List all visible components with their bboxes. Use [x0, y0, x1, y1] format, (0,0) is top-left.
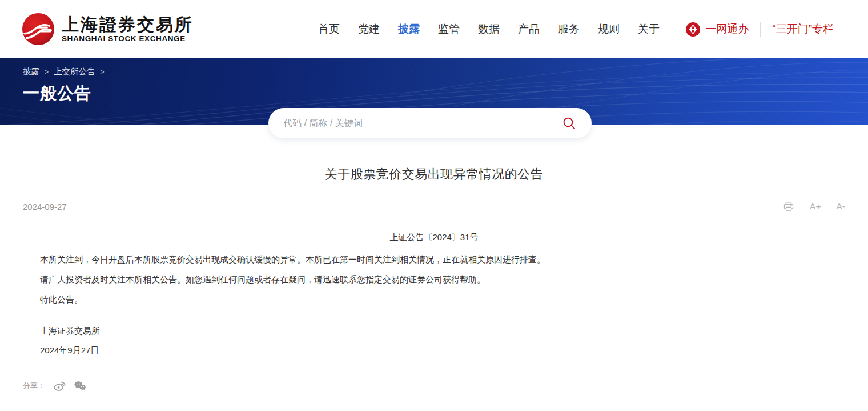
gov-service-label: 一网通办 — [705, 22, 749, 37]
nav-item-home[interactable]: 首页 — [318, 22, 340, 37]
sse-logo-en: SHANGHAI STOCK EXCHANGE — [62, 35, 194, 43]
page: 上海證券交易所 SHANGHAI STOCK EXCHANGE 首页 党建 披露… — [0, 0, 868, 396]
banner-content: 披露 > 上交所公告 > 一般公告 — [0, 58, 868, 105]
breadcrumb-separator-icon: > — [45, 68, 49, 76]
header-divider — [760, 22, 761, 37]
search-icon[interactable] — [562, 116, 577, 131]
tools-divider — [802, 201, 802, 212]
breadcrumb-disclosure[interactable]: 披露 — [23, 66, 39, 77]
sse-logo-text: 上海證券交易所 SHANGHAI STOCK EXCHANGE — [62, 15, 194, 43]
share-row: 分享： — [23, 376, 845, 396]
article-divider — [23, 220, 845, 220]
nav-item-party[interactable]: 党建 — [358, 22, 380, 37]
breadcrumb-separator-icon: > — [101, 68, 105, 76]
weibo-icon — [53, 379, 67, 393]
search-input[interactable] — [283, 118, 562, 129]
sse-logo-cn: 上海證券交易所 — [62, 15, 194, 34]
nav-item-data[interactable]: 数据 — [478, 22, 500, 37]
nav-item-regulation[interactable]: 监管 — [438, 22, 460, 37]
site-header: 上海證券交易所 SHANGHAI STOCK EXCHANGE 首页 党建 披露… — [0, 0, 868, 58]
tools-divider — [829, 201, 829, 212]
article-date: 2024-09-27 — [23, 202, 67, 212]
nav-item-about[interactable]: 关于 — [638, 22, 660, 37]
share-wechat-button[interactable] — [70, 376, 90, 396]
sse-logo-icon — [22, 13, 55, 46]
wechat-icon — [73, 379, 87, 393]
article-meta-row: 2024-09-27 A+ A- — [23, 201, 845, 212]
article: 关于股票竞价交易出现异常情况的公告 2024-09-27 A+ A- — [0, 166, 868, 396]
three-doors-label: “三开门”专栏 — [772, 22, 834, 37]
share-label: 分享： — [23, 381, 45, 391]
page-title: 一般公告 — [23, 82, 868, 105]
quick-links: 一网通办 “三开门”专栏 — [685, 22, 834, 37]
font-decrease-button[interactable]: A- — [837, 201, 846, 212]
nav-item-disclosure[interactable]: 披露 — [398, 22, 420, 37]
doc-number: 上证公告〔2024〕31号 — [23, 232, 845, 243]
three-doors-link[interactable]: “三开门”专栏 — [772, 22, 834, 37]
article-tools: A+ A- — [783, 201, 845, 212]
article-paragraph: 请广大投资者及时关注本所相关公告。如您遇到任何问题或者存在疑问，请迅速联系您指定… — [23, 269, 845, 289]
breadcrumb: 披露 > 上交所公告 > — [23, 66, 868, 77]
sse-logo[interactable]: 上海證券交易所 SHANGHAI STOCK EXCHANGE — [22, 13, 194, 46]
print-icon[interactable] — [783, 201, 794, 212]
nav-item-products[interactable]: 产品 — [518, 22, 540, 37]
nav-item-services[interactable]: 服务 — [558, 22, 580, 37]
share-weibo-button[interactable] — [50, 376, 70, 396]
signature-org: 上海证券交易所 — [23, 321, 845, 341]
nav-item-rules[interactable]: 规则 — [598, 22, 620, 37]
article-paragraph: 特此公告。 — [23, 289, 845, 309]
main-nav: 首页 党建 披露 监管 数据 产品 服务 规则 关于 — [318, 22, 660, 37]
article-body: 本所关注到，今日开盘后本所股票竞价交易出现成交确认缓慢的异常。本所已在第一时间关… — [23, 249, 845, 309]
font-increase-button[interactable]: A+ — [810, 201, 821, 212]
breadcrumb-sse-announcements[interactable]: 上交所公告 — [54, 66, 95, 77]
article-title: 关于股票竞价交易出现异常情况的公告 — [23, 166, 845, 183]
article-signature: 上海证券交易所 2024年9月27日 — [23, 321, 845, 360]
gov-service-link[interactable]: 一网通办 — [685, 22, 749, 37]
gov-service-icon — [685, 22, 701, 37]
search-bar — [268, 108, 592, 138]
signature-date: 2024年9月27日 — [23, 341, 845, 360]
article-paragraph: 本所关注到，今日开盘后本所股票竞价交易出现成交确认缓慢的异常。本所已在第一时间关… — [23, 249, 845, 269]
